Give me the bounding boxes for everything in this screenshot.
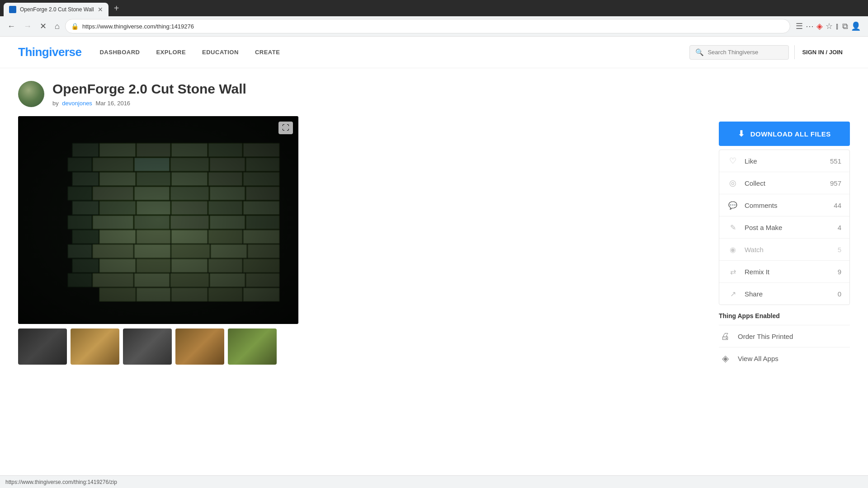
action-post-make[interactable]: ✎ Post a Make 4 bbox=[719, 216, 849, 239]
action-share[interactable]: ↗ Share 0 bbox=[719, 283, 849, 305]
remix-icon: ⇄ bbox=[727, 266, 738, 277]
thing-apps-section: Thing Apps Enabled 🖨 Order This Printed … bbox=[719, 312, 850, 369]
thumbnail-1[interactable] bbox=[18, 328, 67, 365]
view-all-icon: ◈ bbox=[719, 352, 731, 365]
lock-icon: 🔒 bbox=[71, 23, 79, 30]
home-button[interactable]: ⌂ bbox=[52, 20, 62, 33]
remix-count: 9 bbox=[838, 268, 841, 276]
pocket-icon[interactable]: ◈ bbox=[816, 21, 823, 31]
like-count: 551 bbox=[830, 157, 841, 165]
tab-title: OpenForge 2.0 Cut Stone Wall bbox=[20, 6, 94, 13]
nav-dashboard[interactable]: DASHBOARD bbox=[99, 49, 140, 56]
thing-apps-title: Thing Apps Enabled bbox=[719, 312, 850, 319]
app-order-printed[interactable]: 🖨 Order This Printed bbox=[719, 325, 850, 347]
nav-create[interactable]: CREATE bbox=[255, 49, 280, 56]
thumbnail-5[interactable] bbox=[228, 328, 277, 365]
thing-date: Mar 16, 2016 bbox=[95, 100, 130, 107]
watch-label: Watch bbox=[745, 246, 831, 253]
thumbnail-3[interactable] bbox=[123, 328, 172, 365]
new-tab-button[interactable]: + bbox=[110, 3, 123, 14]
back-button[interactable]: ← bbox=[5, 20, 18, 33]
main-image bbox=[18, 116, 298, 324]
comments-label: Comments bbox=[745, 202, 827, 209]
nav-explore[interactable]: EXPLORE bbox=[156, 49, 186, 56]
thing-header: OpenForge 2.0 Cut Stone Wall by devonjon… bbox=[18, 81, 703, 107]
watch-count: 5 bbox=[838, 246, 841, 253]
browser-icons: ☰ ⋯ ◈ ☆ ⫿ ⧉ 👤 bbox=[793, 21, 863, 31]
action-collect[interactable]: ◎ Collect 957 bbox=[719, 172, 849, 194]
watch-icon: ◉ bbox=[727, 244, 738, 255]
comments-count: 44 bbox=[834, 202, 841, 209]
download-label: DOWNLOAD ALL FILES bbox=[750, 130, 831, 138]
search-icon: 🔍 bbox=[695, 48, 704, 56]
signin-button[interactable]: SIGN IN / JOIN bbox=[794, 45, 850, 59]
order-printed-label: Order This Printed bbox=[738, 333, 793, 340]
active-tab[interactable]: OpenForge 2.0 Cut Stone Wall ✕ bbox=[4, 3, 108, 16]
star-icon[interactable]: ☆ bbox=[826, 21, 833, 31]
sidebar-toggle-icon[interactable]: ⫿ bbox=[835, 22, 840, 31]
comments-icon: 💬 bbox=[727, 200, 738, 211]
collect-label: Collect bbox=[745, 179, 824, 187]
like-label: Like bbox=[745, 157, 824, 165]
tab-close-icon[interactable]: ✕ bbox=[98, 6, 103, 13]
reload-button[interactable]: ✕ bbox=[37, 19, 49, 33]
thing-info: OpenForge 2.0 Cut Stone Wall by devonjon… bbox=[52, 81, 246, 107]
svg-rect-67 bbox=[18, 116, 298, 324]
extensions-icon[interactable]: ⋯ bbox=[806, 21, 814, 31]
action-list: ♡ Like 551 ◎ Collect 957 💬 Comments 44 ✎… bbox=[719, 150, 850, 305]
nav-links: DASHBOARD EXPLORE EDUCATION CREATE bbox=[99, 49, 280, 56]
tab-bar: OpenForge 2.0 Cut Stone Wall ✕ + bbox=[0, 0, 868, 16]
forward-button[interactable]: → bbox=[21, 20, 34, 33]
fullscreen-button[interactable]: ⛶ bbox=[278, 122, 293, 134]
search-container: 🔍 bbox=[689, 45, 789, 60]
thing-meta: by devonjones Mar 16, 2016 bbox=[52, 100, 246, 107]
nav-education[interactable]: EDUCATION bbox=[202, 49, 239, 56]
collect-count: 957 bbox=[830, 179, 841, 187]
share-label: Share bbox=[745, 290, 831, 298]
status-url: https://www.thingiverse.com/thing:141927… bbox=[5, 479, 117, 485]
action-like[interactable]: ♡ Like 551 bbox=[719, 150, 849, 172]
share-icon: ↗ bbox=[727, 288, 738, 299]
site-nav: Thingiverse DASHBOARD EXPLORE EDUCATION … bbox=[0, 37, 868, 68]
download-all-button[interactable]: ⬇ DOWNLOAD ALL FILES bbox=[719, 122, 850, 146]
post-make-label: Post a Make bbox=[745, 224, 831, 231]
view-all-label: View All Apps bbox=[738, 355, 778, 362]
profile-icon[interactable]: 👤 bbox=[851, 21, 861, 31]
printer-icon: 🖨 bbox=[719, 330, 731, 343]
tab-manager-icon[interactable]: ⧉ bbox=[842, 22, 848, 31]
tab-favicon bbox=[9, 6, 16, 13]
action-remix[interactable]: ⇄ Remix It 9 bbox=[719, 261, 849, 283]
address-bar[interactable]: 🔒 https://www.thingiverse.com/thing:1419… bbox=[65, 19, 790, 33]
thing-details: OpenForge 2.0 Cut Stone Wall by devonjon… bbox=[18, 81, 703, 369]
thumbnail-2[interactable] bbox=[71, 328, 119, 365]
status-bar: https://www.thingiverse.com/thing:141927… bbox=[0, 475, 868, 488]
author-link[interactable]: devonjones bbox=[62, 100, 92, 107]
share-count: 0 bbox=[838, 290, 841, 298]
like-icon: ♡ bbox=[727, 155, 738, 166]
post-make-count: 4 bbox=[838, 224, 841, 231]
image-viewer: ⛶ bbox=[18, 116, 298, 324]
logo[interactable]: Thingiverse bbox=[18, 45, 81, 59]
thumbnail-strip bbox=[18, 328, 298, 365]
sidebar: ⬇ DOWNLOAD ALL FILES ♡ Like 551 ◎ Collec… bbox=[719, 81, 850, 369]
thumbnail-4[interactable] bbox=[175, 328, 224, 365]
avatar bbox=[18, 81, 44, 107]
action-comments[interactable]: 💬 Comments 44 bbox=[719, 194, 849, 216]
address-text: https://www.thingiverse.com/thing:141927… bbox=[82, 23, 784, 30]
thing-title: OpenForge 2.0 Cut Stone Wall bbox=[52, 81, 246, 97]
browser-nav: ← → ✕ ⌂ 🔒 https://www.thingiverse.com/th… bbox=[0, 16, 868, 37]
search-input[interactable] bbox=[708, 49, 783, 56]
download-icon: ⬇ bbox=[738, 129, 745, 139]
post-make-icon: ✎ bbox=[727, 222, 738, 233]
app-view-all[interactable]: ◈ View All Apps bbox=[719, 347, 850, 369]
remix-label: Remix It bbox=[745, 268, 831, 276]
by-label: by bbox=[52, 100, 59, 107]
page-content: OpenForge 2.0 Cut Stone Wall by devonjon… bbox=[0, 68, 868, 382]
collect-icon: ◎ bbox=[727, 178, 738, 188]
bookmarks-icon[interactable]: ☰ bbox=[796, 21, 803, 31]
action-watch[interactable]: ◉ Watch 5 bbox=[719, 239, 849, 261]
